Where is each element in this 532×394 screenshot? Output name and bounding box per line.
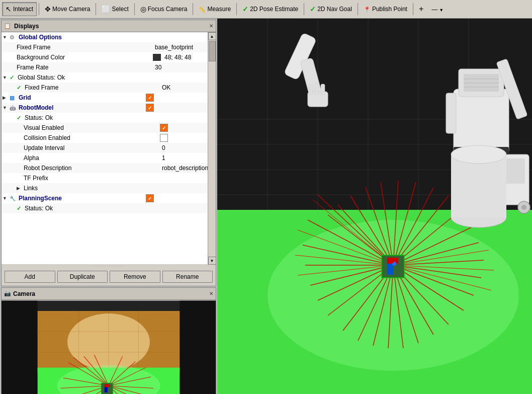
pose-estimate-button[interactable]: 2D Pose Estimate (239, 2, 302, 16)
displays-panel-close[interactable]: ✕ (209, 23, 213, 29)
tree-row-frame-rate[interactable]: Frame Rate 30 (2, 62, 208, 72)
check-global-status: ✓ (10, 74, 17, 81)
displays-panel-header: Displays ✕ (2, 20, 216, 32)
camera-panel: 📷 Camera ✕ (1, 287, 216, 394)
frame-rate-value: 30 (153, 64, 161, 71)
update-interval-label: Update Interval (24, 144, 64, 151)
duplicate-button[interactable]: Duplicate (57, 271, 108, 283)
visual-enabled-label: Visual Enabled (24, 124, 64, 131)
tree-row-robotmodel[interactable]: ▼ RobotModel (2, 103, 208, 113)
tree-row-robot-description[interactable]: Robot Description robot_description (2, 163, 208, 173)
tree-row-grid[interactable]: ▶ Grid (2, 93, 208, 103)
camera-view[interactable] (2, 300, 216, 394)
select-icon (102, 5, 110, 13)
collision-enabled-checkbox[interactable] (160, 134, 168, 142)
ff-status-label: Fixed Frame (25, 84, 58, 91)
remove-button[interactable]: Remove (110, 271, 160, 283)
check-robot-status: ✓ (17, 115, 24, 121)
visual-enabled-checkbox[interactable] (160, 124, 168, 132)
expand-planning[interactable]: ▼ (3, 196, 9, 201)
scroll-thumb[interactable] (209, 41, 216, 61)
expand-links[interactable]: ▶ (17, 186, 23, 191)
focus-camera-button[interactable]: Focus Camera (137, 2, 191, 16)
move-camera-button[interactable]: Move Camera (41, 2, 94, 16)
tree-row-tf-prefix[interactable]: TF Prefix (2, 173, 208, 183)
tree-row-global-status[interactable]: ▼ ✓ Global Status: Ok (2, 72, 208, 83)
measure-button[interactable]: Measure (195, 2, 234, 16)
robot-status-label: Status: Ok (25, 114, 53, 121)
planning-icon (10, 195, 18, 201)
toolbar: Interact Move Camera Select Focus Camera… (0, 0, 532, 19)
tree-row-planning-status[interactable]: ✓ Status: Ok (2, 203, 208, 213)
tf-prefix-label: TF Prefix (24, 175, 48, 182)
focus-icon (140, 5, 146, 13)
toolbar-sep-7 (358, 3, 358, 15)
bg-color-swatch[interactable] (153, 54, 161, 61)
displays-header-left: Displays (4, 23, 39, 30)
tree-row-bg-color[interactable]: Background Color 48; 48; 48 (2, 52, 208, 62)
displays-scrollbar[interactable]: ▲ ▼ (208, 32, 216, 265)
camera-panel-header: 📷 Camera ✕ (2, 288, 216, 300)
displays-panel-icon (4, 23, 12, 29)
scroll-up-btn[interactable]: ▲ (208, 32, 216, 40)
fixed-frame-value: base_footprint (153, 44, 193, 51)
add-display-button[interactable] (415, 2, 427, 16)
nav-goal-button[interactable]: 2D Nav Goal (306, 2, 356, 16)
svg-rect-32 (105, 384, 110, 387)
global-status-label: Global Status: Ok (18, 74, 65, 81)
displays-buttons: Add Duplicate Remove Rename (2, 268, 216, 286)
tree-row-collision-enabled[interactable]: Collision Enabled (2, 133, 208, 143)
planning-scene-checkbox[interactable] (146, 194, 154, 202)
svg-rect-111 (451, 154, 506, 217)
tree-row-fixed-frame[interactable]: Fixed Frame base_footprint (2, 42, 208, 52)
rename-button[interactable]: Rename (162, 271, 213, 283)
select-button[interactable]: Select (98, 2, 132, 16)
collision-enabled-label: Collision Enabled (24, 134, 70, 141)
camera-panel-title: Camera (13, 290, 35, 297)
links-label: Links (24, 185, 38, 192)
tree-row-update-interval[interactable]: Update Interval 0 (2, 143, 208, 153)
svg-point-112 (451, 145, 506, 164)
camera-svg (2, 300, 216, 394)
tree-row-planning-scene[interactable]: ▼ PlanningScene (2, 193, 208, 203)
tree-row-alpha[interactable]: Alpha 1 (2, 153, 208, 163)
tree-row-fixed-frame-status[interactable]: ✓ Fixed Frame OK (2, 83, 208, 93)
3d-svg (217, 19, 532, 394)
expand-robotmodel[interactable]: ▼ (3, 105, 9, 110)
expand-global-options[interactable]: ▼ (3, 35, 9, 40)
displays-tree[interactable]: ▼ Global Options Fixed Frame (2, 32, 208, 265)
alpha-value: 1 (160, 154, 165, 162)
grid-checkbox[interactable] (146, 94, 154, 102)
tree-row-visual-enabled[interactable]: Visual Enabled (2, 123, 208, 133)
nav-icon (310, 5, 316, 13)
bg-color-label: Background Color (17, 54, 65, 61)
measure-icon (199, 5, 206, 13)
expand-grid[interactable]: ▶ (3, 95, 9, 100)
scroll-down-btn[interactable]: ▼ (208, 257, 216, 265)
displays-content: ▼ Global Options Fixed Frame (2, 32, 216, 265)
3d-view[interactable] (217, 19, 532, 394)
svg-rect-101 (315, 83, 319, 95)
focus-camera-label: Focus Camera (148, 6, 188, 13)
toolbar-sep-2 (96, 3, 96, 15)
add-button[interactable]: Add (5, 271, 55, 283)
publish-point-button[interactable]: Publish Point (360, 2, 411, 16)
camera-panel-close[interactable]: ✕ (209, 291, 213, 296)
interact-button[interactable]: Interact (2, 2, 37, 16)
toolbar-sep-6 (304, 3, 304, 15)
tree-row-links[interactable]: ▶ Links (2, 183, 208, 193)
svg-rect-102 (321, 84, 325, 95)
robot-model-checkbox[interactable] (146, 104, 154, 112)
update-interval-value: 0 (160, 144, 165, 151)
svg-point-45 (268, 220, 519, 371)
tree-row-robot-status[interactable]: ✓ Status: Ok (2, 113, 208, 123)
tree-row-global-options[interactable]: ▼ Global Options (2, 32, 208, 42)
expand-global-status[interactable]: ▼ (3, 75, 9, 80)
robot-model-label: RobotModel (19, 104, 53, 111)
frame-rate-label: Frame Rate (17, 64, 48, 71)
svg-rect-86 (387, 264, 393, 275)
svg-rect-1 (2, 300, 38, 394)
bg-color-value: 48; 48; 48 (162, 54, 191, 61)
remove-display-button[interactable] (428, 2, 447, 16)
move-camera-label: Move Camera (52, 6, 90, 13)
